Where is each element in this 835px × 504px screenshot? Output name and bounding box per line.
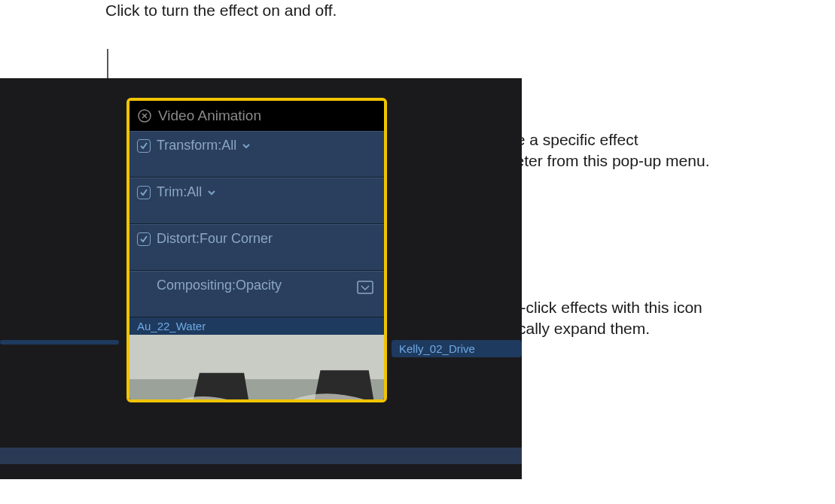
svg-rect-14	[130, 335, 257, 379]
row-label-text: Trim:All	[157, 184, 202, 200]
effect-toggle-checkbox[interactable]	[137, 139, 151, 153]
panel-title: Video Animation	[158, 108, 261, 124]
effect-row-transform[interactable]: Transform:All	[130, 131, 384, 178]
row-label-text: Transform:All	[157, 138, 236, 153]
effect-label: Distort:Four Corner	[157, 231, 273, 247]
clip-right[interactable]: Kelly_02_Drive	[392, 340, 522, 357]
effect-toggle-checkbox[interactable]	[137, 232, 151, 246]
callout-top: Click to turn the effect on and off.	[105, 0, 337, 21]
effect-row-trim[interactable]: Trim:All	[130, 178, 384, 224]
thumb	[130, 335, 257, 399]
clip-center[interactable]: Au_22_Water	[130, 317, 384, 399]
expand-icon[interactable]	[357, 281, 373, 294]
clip-left[interactable]	[0, 340, 119, 345]
effect-label: Compositing:Opacity	[157, 278, 282, 293]
chevron-down-icon[interactable]	[241, 141, 251, 151]
panel-header: Video Animation	[130, 101, 384, 131]
video-animation-panel: Video Animation Transform:All Trim:All	[126, 98, 387, 402]
svg-rect-11	[358, 281, 373, 293]
thumb	[257, 335, 384, 399]
effect-label: Transform:All	[157, 138, 251, 153]
row-label-text: Compositing:Opacity	[157, 278, 282, 293]
row-label-text: Distort:Four Corner	[157, 231, 273, 247]
clip-center-thumbs	[130, 335, 384, 399]
effect-row-distort[interactable]: Distort:Four Corner	[130, 224, 384, 271]
audio-rail	[0, 448, 522, 464]
clip-center-label: Au_22_Water	[130, 317, 384, 335]
effect-toggle-checkbox[interactable]	[137, 186, 151, 199]
close-icon[interactable]	[137, 108, 152, 123]
clip-left-label	[0, 340, 119, 345]
clip-right-label: Kelly_02_Drive	[392, 340, 522, 357]
chevron-down-icon[interactable]	[206, 187, 217, 198]
effect-row-compositing[interactable]: Compositing:Opacity	[130, 271, 384, 317]
callout-top-text: Click to turn the effect on and off.	[105, 2, 337, 19]
effect-label: Trim:All	[157, 184, 217, 200]
